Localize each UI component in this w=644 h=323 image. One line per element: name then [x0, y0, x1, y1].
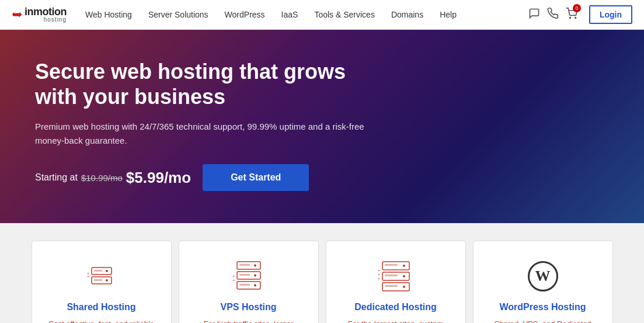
logo-text: inmotion hosting [25, 6, 67, 23]
wordpress-hosting-title: WordPress Hosting [499, 302, 586, 312]
nav-domains[interactable]: Domains [383, 0, 431, 30]
svg-point-11 [254, 265, 256, 267]
vps-hosting-card[interactable]: VPS Hosting For high traffic sites, larg… [179, 241, 319, 323]
svg-rect-29 [385, 285, 398, 287]
nav-icons: 0 Login [528, 5, 632, 24]
svg-point-1 [575, 17, 576, 18]
nav-web-hosting[interactable]: Web Hosting [77, 0, 140, 30]
wordpress-hosting-icon: W [528, 259, 558, 294]
hero-content: Secure web hosting that grows with your … [35, 59, 374, 191]
logo-sub: hosting [25, 17, 67, 23]
nav-iaas[interactable]: IaaS [273, 0, 307, 30]
chat-icon[interactable] [528, 8, 540, 22]
nav-links: Web Hosting Server Solutions WordPress I… [77, 0, 528, 30]
nav-tools-services[interactable]: Tools & Services [306, 0, 382, 30]
original-price: $10.99/mo [81, 173, 123, 183]
wordpress-hosting-desc: Shared, VPS, and Dedicated options optim… [485, 318, 601, 323]
svg-point-8 [87, 273, 89, 275]
svg-rect-7 [94, 279, 102, 281]
svg-rect-4 [94, 270, 102, 272]
navbar: ➥ inmotion hosting Web Hosting Server So… [0, 0, 644, 30]
phone-icon[interactable] [547, 8, 559, 22]
svg-point-22 [403, 265, 405, 267]
shared-hosting-title: Shared Hosting [67, 302, 135, 312]
nav-server-solutions[interactable]: Server Solutions [140, 0, 217, 30]
pricing-prefix: Starting at [35, 172, 78, 183]
vps-hosting-icon [228, 259, 269, 294]
logo-brand: inmotion [25, 6, 67, 17]
svg-rect-18 [239, 284, 250, 286]
svg-point-31 [378, 274, 380, 276]
cart-count: 0 [573, 4, 581, 12]
svg-point-6 [106, 279, 108, 282]
cart-icon[interactable]: 0 [566, 8, 577, 22]
svg-point-17 [254, 284, 256, 287]
svg-point-0 [570, 17, 571, 18]
cards-section: Shared Hosting Cost effective, fast, and… [0, 223, 644, 323]
logo-swoosh-icon: ➥ [11, 7, 24, 22]
wordpress-hosting-card[interactable]: W WordPress Hosting Shared, VPS, and Ded… [473, 241, 613, 323]
pricing-text: Starting at $10.99/mo $5.99/mo [35, 169, 191, 187]
nav-wordpress[interactable]: WordPress [217, 0, 273, 30]
dedicated-hosting-card[interactable]: Dedicated Hosting For the largest sites,… [326, 241, 466, 323]
new-price: $5.99/mo [126, 169, 191, 187]
hero-subtext: Premium web hosting with 24/7/365 techni… [35, 120, 374, 148]
svg-point-20 [232, 280, 234, 282]
login-button[interactable]: Login [589, 5, 632, 24]
nav-help[interactable]: Help [431, 0, 465, 30]
svg-rect-12 [239, 264, 250, 266]
get-started-button[interactable]: Get Started [203, 164, 309, 191]
dedicated-hosting-icon [375, 259, 416, 294]
svg-point-30 [378, 270, 380, 272]
hero-heading: Secure web hosting that grows with your … [35, 59, 374, 109]
svg-point-19 [232, 276, 234, 277]
dedicated-hosting-title: Dedicated Hosting [354, 302, 436, 312]
svg-rect-26 [385, 275, 398, 276]
svg-rect-23 [385, 264, 398, 266]
svg-point-3 [106, 270, 108, 272]
shared-hosting-desc: Cost effective, fast, and reliable for s… [44, 318, 159, 323]
shared-hosting-card[interactable]: Shared Hosting Cost effective, fast, and… [32, 241, 172, 323]
wordpress-logo: W [528, 261, 558, 291]
dedicated-hosting-desc: For the largest sites, custom deployment… [338, 318, 454, 323]
vps-hosting-title: VPS Hosting [220, 302, 276, 312]
svg-point-14 [254, 275, 256, 277]
svg-point-32 [378, 278, 380, 280]
hero-pricing: Starting at $10.99/mo $5.99/mo Get Start… [35, 164, 374, 191]
hero-section: Secure web hosting that grows with your … [0, 30, 644, 223]
logo[interactable]: ➥ inmotion hosting [12, 6, 67, 23]
svg-rect-15 [239, 274, 250, 276]
svg-point-28 [403, 286, 405, 288]
vps-hosting-desc: For high traffic sites, larger businesse… [191, 318, 307, 323]
svg-point-25 [403, 275, 405, 277]
shared-hosting-icon [81, 259, 122, 294]
svg-point-9 [87, 276, 89, 277]
